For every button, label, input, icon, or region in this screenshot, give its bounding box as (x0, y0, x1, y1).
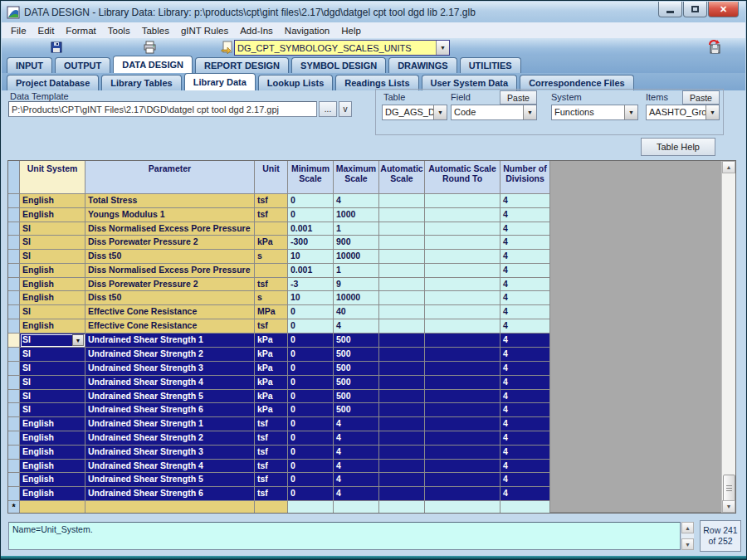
tab-drawings[interactable]: DRAWINGS (388, 57, 457, 73)
menu-tables[interactable]: Tables (136, 24, 175, 37)
cell-min-scale[interactable]: 0.001 (288, 222, 334, 236)
row-indicator[interactable] (8, 222, 20, 236)
cell-unit[interactable]: tsf (255, 473, 288, 487)
cell-auto-scale[interactable] (379, 334, 425, 348)
cell-max-scale[interactable]: 10000 (334, 291, 379, 305)
tab-library-tables[interactable]: Library Tables (101, 75, 181, 90)
menu-edit[interactable]: Edit (32, 24, 61, 37)
cell-min-scale[interactable]: 0 (288, 194, 334, 208)
cell-round-to[interactable] (425, 208, 500, 222)
scroll-down-icon[interactable]: ▼ (722, 500, 735, 513)
row-indicator[interactable] (8, 264, 20, 278)
goto-symbology-icon[interactable] (220, 41, 234, 54)
chevron-down-icon[interactable]: ▼ (624, 105, 637, 119)
cell-divisions[interactable]: 4 (500, 194, 550, 208)
cell-unit[interactable]: tsf (255, 460, 288, 474)
cell-max-scale[interactable]: 40 (334, 305, 379, 319)
cell-divisions[interactable]: 4 (500, 278, 550, 292)
cell-divisions[interactable]: 4 (500, 446, 550, 460)
cell-max-scale[interactable]: 4 (334, 473, 379, 487)
cell-max-scale[interactable]: 4 (334, 417, 379, 431)
cell-min-scale[interactable]: 0 (288, 334, 334, 348)
close-button[interactable]: ✕ (708, 2, 739, 17)
data-template-input[interactable] (8, 101, 317, 117)
column-header-auto_scale[interactable]: Automatic Scale (379, 161, 425, 194)
cell-round-to[interactable] (425, 194, 500, 208)
cell-round-to[interactable] (425, 334, 500, 348)
column-header-unit[interactable]: Unit (255, 161, 288, 194)
cell-round-to[interactable] (425, 431, 500, 446)
cell-parameter[interactable]: Effective Cone Resistance (85, 305, 255, 319)
cell-divisions[interactable]: 4 (500, 264, 550, 278)
cell-min-scale[interactable]: 0 (288, 319, 334, 334)
row-indicator[interactable] (8, 305, 20, 319)
cell-parameter[interactable]: Undrained Shear Strength 5 (85, 390, 255, 404)
cell-max-scale[interactable]: 500 (334, 403, 379, 417)
row-indicator[interactable] (8, 334, 20, 348)
row-indicator[interactable] (8, 291, 20, 305)
row-indicator[interactable] (8, 348, 20, 362)
cell-round-to[interactable] (425, 362, 500, 376)
cell-max-scale[interactable]: 10000 (334, 250, 379, 264)
row-indicator[interactable] (8, 236, 20, 250)
cell-unit-system[interactable]: English (20, 291, 85, 305)
items-combo[interactable]: AASHTO_Group_Ind ▼ (646, 105, 720, 120)
tab-utilities[interactable]: UTILITIES (460, 57, 521, 73)
cell-unit[interactable]: kPa (255, 362, 288, 376)
row-indicator[interactable] (8, 431, 20, 446)
column-header-indicator[interactable] (8, 161, 20, 194)
cell-parameter[interactable]: Undrained Shear Strength 4 (85, 376, 255, 390)
row-indicator[interactable] (8, 278, 20, 292)
cell-auto-scale[interactable] (379, 194, 425, 208)
cell-divisions[interactable]: 4 (500, 376, 550, 390)
cell-unit-system[interactable]: English (20, 487, 85, 501)
cell-unit-system[interactable]: SI (20, 348, 85, 362)
chevron-down-icon[interactable]: ▼ (72, 334, 84, 347)
column-header-min_scale[interactable]: Minimum Scale (288, 161, 334, 194)
cell-auto-scale[interactable] (379, 348, 425, 362)
row-indicator[interactable] (8, 473, 20, 487)
cell-unit[interactable]: kPa (255, 334, 288, 348)
cell-unit-system[interactable]: English (20, 278, 85, 292)
cell-unit[interactable]: tsf (255, 431, 288, 446)
cell-unit-system[interactable]: English (20, 417, 85, 431)
cell-parameter[interactable]: Undrained Shear Strength 2 (85, 348, 255, 362)
cell-parameter[interactable]: Effective Cone Resistance (85, 319, 255, 334)
cell-auto-scale[interactable] (379, 264, 425, 278)
cell-parameter[interactable]: Undrained Shear Strength 6 (85, 403, 255, 417)
cell-unit-system[interactable]: SI▼ (20, 334, 85, 348)
cell-max-scale[interactable]: 500 (334, 362, 379, 376)
cell-divisions[interactable]: 4 (500, 403, 550, 417)
cell-min-scale[interactable]: -300 (288, 236, 334, 250)
cell-unit[interactable]: tsf (255, 278, 288, 292)
cell-auto-scale[interactable] (379, 291, 425, 305)
cell-auto-scale[interactable] (379, 403, 425, 417)
cell-round-to[interactable] (425, 348, 500, 362)
cell-min-scale[interactable]: 0 (288, 473, 334, 487)
menu-add-ins[interactable]: Add-Ins (234, 24, 279, 37)
cell-unit-system[interactable]: English (20, 194, 85, 208)
cell-unit-system[interactable]: English (20, 473, 85, 487)
cell-max-scale[interactable]: 4 (334, 431, 379, 446)
cell-unit-system[interactable]: English (20, 431, 85, 446)
cell-min-scale[interactable]: 0 (288, 376, 334, 390)
symbology-set-combo[interactable]: DG_CPT_SYMBOLOGY_SCALES_UNITS ▼ (234, 40, 450, 56)
items-paste-button[interactable]: Paste (682, 90, 720, 105)
cell-parameter[interactable]: Undrained Shear Strength 3 (85, 362, 255, 376)
cell-max-scale[interactable]: 4 (334, 446, 379, 460)
cell-auto-scale[interactable] (379, 278, 425, 292)
cell-divisions[interactable]: 4 (500, 460, 550, 474)
cell-auto-scale[interactable] (379, 250, 425, 264)
row-indicator[interactable] (8, 194, 20, 208)
field-combo[interactable]: Code ▼ (451, 105, 537, 120)
cell-divisions[interactable]: 4 (500, 487, 550, 501)
cell-min-scale[interactable]: -3 (288, 278, 334, 292)
field-paste-button[interactable]: Paste (500, 90, 537, 105)
tab-lookup-lists[interactable]: Lookup Lists (258, 75, 333, 90)
row-indicator[interactable] (8, 446, 20, 460)
menu-format[interactable]: Format (60, 24, 101, 37)
cell-unit[interactable] (255, 222, 288, 236)
maximize-button[interactable] (683, 2, 707, 17)
cell-parameter[interactable]: Undrained Shear Strength 6 (85, 487, 255, 501)
cell-parameter[interactable]: Diss t50 (85, 291, 255, 305)
